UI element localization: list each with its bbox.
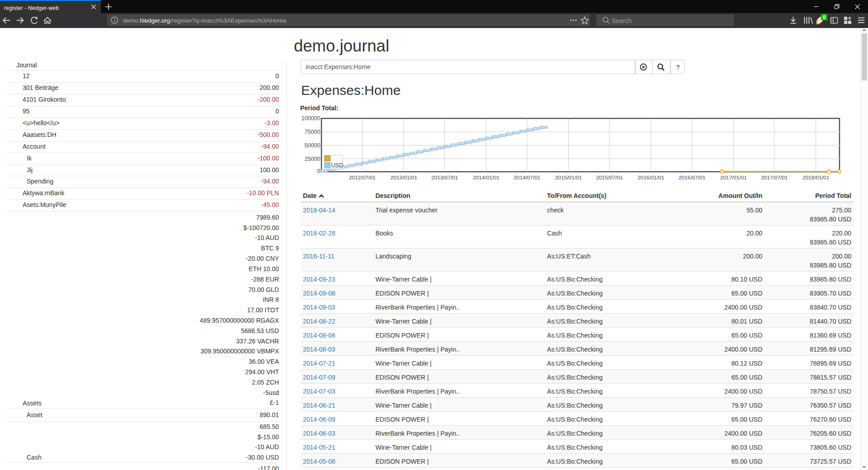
svg-text:2015/07/01: 2015/07/01 [596, 174, 623, 181]
svg-text:2012/07/01: 2012/07/01 [349, 174, 376, 181]
svg-text:2016/01/01: 2016/01/01 [637, 174, 664, 181]
svg-text:2015/01/01: 2015/01/01 [555, 174, 582, 181]
svg-text:0: 0 [823, 14, 826, 20]
svg-text:2017/01/01: 2017/01/01 [720, 174, 747, 181]
svg-text:75000: 75000 [304, 129, 320, 135]
svg-text:2013/01/01: 2013/01/01 [391, 174, 417, 181]
svg-text:2017/07/01: 2017/07/01 [761, 174, 788, 181]
svg-text:25000: 25000 [304, 156, 320, 162]
svg-text:2018/01/01: 2018/01/01 [802, 174, 829, 181]
svg-text:2013/07/01: 2013/07/01 [431, 174, 458, 181]
svg-text:100000: 100000 [301, 115, 320, 122]
svg-text:2016/07/01: 2016/07/01 [679, 174, 705, 181]
svg-text:2014/01/01: 2014/01/01 [473, 174, 500, 181]
svg-text:50000: 50000 [304, 142, 320, 149]
svg-text:USD: USD [331, 162, 344, 169]
svg-text:0: 0 [317, 168, 320, 174]
svg-text:2014/07/01: 2014/07/01 [514, 174, 540, 181]
